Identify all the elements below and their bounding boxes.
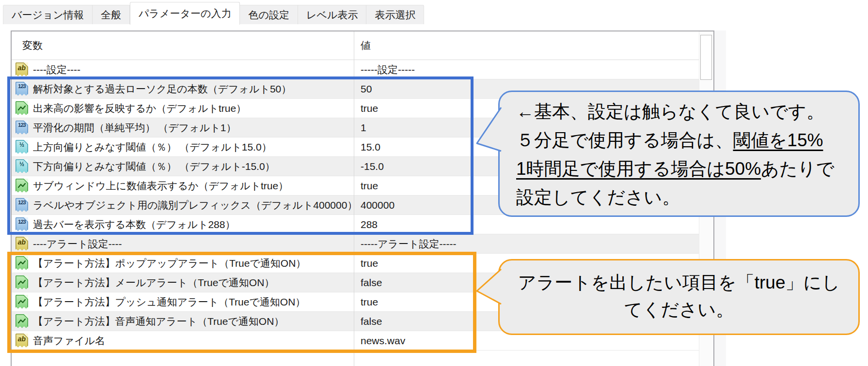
string-type-icon: ab	[16, 62, 28, 76]
blue-callout: ←基本、設定は触らなくて良いです。５分足で使用する場合は、閾値を15%1時間足で…	[498, 91, 860, 217]
table-row[interactable]: ab----アラート設定---------アラート設定-----	[12, 234, 699, 254]
scrollbar-thumb[interactable]	[700, 35, 712, 80]
callout-line: アラートを出したい項目を「true」にし	[506, 269, 852, 296]
tab-visualization[interactable]: 表示選択	[366, 5, 424, 24]
orange-highlight-box	[7, 252, 476, 353]
row-value[interactable]: -----アラート設定-----	[361, 237, 697, 251]
blue-callout-tail-icon	[474, 103, 503, 155]
callout-line: ←基本、設定は触らなくて良いです。	[516, 97, 853, 126]
row-variable: ab----アラート設定----	[16, 237, 351, 251]
variable-name: ----設定----	[33, 63, 80, 76]
callout-line: ５分足で使用する場合は、閾値を15%	[516, 126, 853, 154]
callout-line: てください。	[506, 296, 852, 323]
tab-colors[interactable]: 色の設定	[240, 5, 298, 24]
row-variable: ab----設定----	[16, 62, 351, 76]
orange-callout-text: アラートを出したい項目を「true」にしてください。	[500, 260, 858, 323]
indicator-properties-dialog: バージョン情報全般パラメーターの入力色の設定レベル表示表示選択 変数 値 ab-…	[0, 0, 868, 366]
blue-callout-text: ←基本、設定は触らなくて良いです。５分足で使用する場合は、閾値を15%1時間足で…	[500, 92, 858, 212]
callout-line: 設定してください。	[516, 183, 853, 212]
tab-common[interactable]: 全般	[93, 5, 130, 24]
blue-highlight-box	[7, 76, 473, 235]
orange-callout: アラートを出したい項目を「true」にしてください。	[498, 259, 860, 335]
tab-bar: バージョン情報全般パラメーターの入力色の設定レベル表示表示選択	[3, 5, 424, 24]
table-header: 変数 値	[12, 31, 713, 60]
column-header-variable[interactable]: 変数	[22, 31, 43, 60]
tab-levels[interactable]: レベル表示	[298, 5, 366, 24]
column-header-value[interactable]: 値	[361, 31, 371, 60]
tab-inputs[interactable]: パラメーターの入力	[130, 2, 240, 25]
variable-name: ----アラート設定----	[33, 237, 122, 251]
string-type-icon: ab	[16, 237, 28, 251]
callout-line: 1時間足で使用する場合は50%あたりで	[516, 154, 853, 183]
orange-callout-tail-icon	[474, 264, 503, 308]
tab-version-info[interactable]: バージョン情報	[3, 5, 93, 24]
row-value[interactable]: -----設定-----	[361, 63, 697, 76]
